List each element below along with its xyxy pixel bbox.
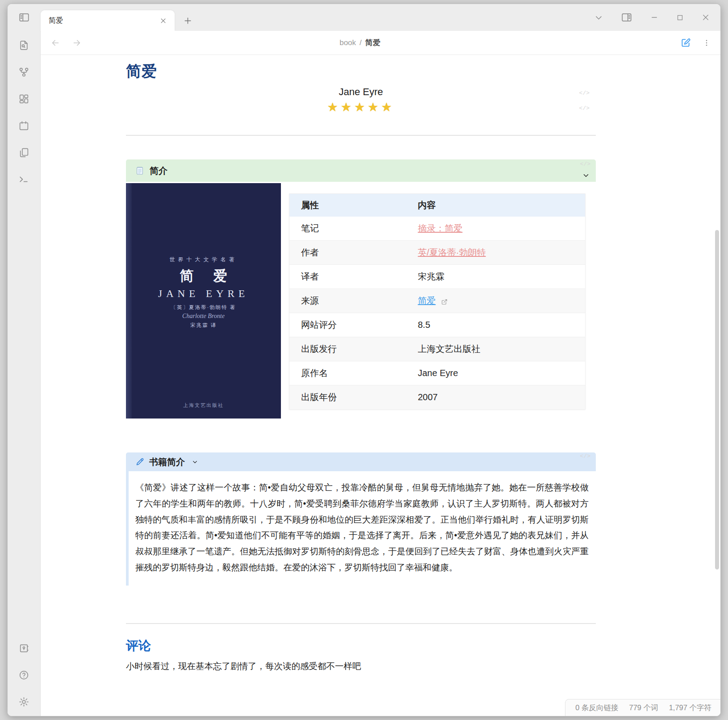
property-key: 原作名: [289, 361, 406, 385]
titlebar: 简爱: [8, 4, 720, 31]
status-bar: 0 条反向链接 779 个词 1,797 个字符: [565, 699, 720, 716]
summary-callout-title: 书籍简介: [149, 456, 185, 468]
property-key: 作者: [289, 241, 406, 265]
close-icon[interactable]: [702, 13, 710, 21]
subtitle-block: Jane Eyre ★★★★★ </> </>: [126, 86, 596, 114]
properties-table: 属性 内容 笔记摘录：简爱作者英/夏洛蒂·勃朗特译者宋兆霖来源简爱网站评分8.5…: [289, 193, 586, 410]
terminal-icon[interactable]: [17, 172, 31, 186]
tab-list-chevron-icon[interactable]: [594, 13, 603, 22]
divider: [126, 135, 596, 136]
minimize-icon[interactable]: [650, 13, 658, 21]
main-pane: book / 简爱: [41, 31, 720, 716]
table-row: 译者宋兆霖: [289, 265, 586, 289]
property-key: 出版年份: [289, 385, 406, 410]
property-value: 摘录：简爱: [406, 217, 586, 241]
breadcrumb[interactable]: book / 简爱: [339, 38, 381, 48]
cover-title-en: JANE EYRE: [126, 288, 281, 300]
new-tab-icon[interactable]: [181, 10, 194, 31]
property-value: 宋兆霖: [406, 265, 586, 289]
properties-table-body: 笔记摘录：简爱作者英/夏洛蒂·勃朗特译者宋兆霖来源简爱网站评分8.5出版发行上海…: [289, 217, 586, 410]
property-value: 简爱: [406, 289, 586, 313]
collapse-chevron-icon[interactable]: [582, 172, 590, 180]
property-value: 8.5: [406, 313, 586, 337]
intro-callout-header[interactable]: 简介 </>: [126, 159, 596, 182]
dashboard-icon[interactable]: [17, 92, 31, 106]
pencil-icon: [135, 457, 144, 466]
table-row: 来源简爱: [289, 289, 586, 313]
cover-author-cn: 〔英〕夏洛蒂·勃朗特 著: [126, 304, 281, 311]
table-row: 网站评分8.5: [289, 313, 586, 337]
file-search-icon[interactable]: [17, 38, 31, 52]
maximize-icon[interactable]: [676, 14, 684, 21]
internal-link[interactable]: 英/夏洛蒂·勃朗特: [418, 247, 486, 257]
notepad-icon: [135, 166, 145, 176]
external-link-icon: [439, 297, 448, 307]
more-options-icon[interactable]: [703, 39, 711, 47]
cover-banner: 世界十大文学名著: [126, 256, 281, 264]
tab-close-icon[interactable]: [158, 15, 168, 26]
cover-author-en: Charlotte Bronte: [126, 313, 281, 320]
sidebar-toggle-right-icon[interactable]: [621, 12, 632, 23]
tab-title: 简爱: [49, 16, 158, 25]
cover-title-cn: 简爱: [126, 267, 281, 285]
property-value: 上海文艺出版社: [406, 337, 586, 361]
settings-gear-icon[interactable]: [17, 695, 31, 709]
table-row: 笔记摘录：简爱: [289, 217, 586, 241]
property-key: 网站评分: [289, 313, 406, 337]
property-key: 出版发行: [289, 337, 406, 361]
code-edit-icon[interactable]: </>: [579, 105, 590, 112]
vault-switcher-icon[interactable]: [17, 641, 31, 655]
external-link[interactable]: 简爱: [418, 296, 436, 306]
table-row: 原作名Jane Eyre: [289, 361, 586, 385]
breadcrumb-current: 简爱: [365, 38, 381, 48]
internal-link[interactable]: 摘录：简爱: [418, 223, 463, 233]
app-window: 简爱: [7, 4, 721, 716]
code-edit-icon[interactable]: </>: [580, 453, 590, 460]
book-cover-image: 世界十大文学名著 简爱 JANE EYRE 〔英〕夏洛蒂·勃朗特 著 Charl…: [126, 183, 281, 419]
property-key: 译者: [289, 265, 406, 289]
book-subtitle: Jane Eyre: [126, 86, 596, 98]
cover-translator: 宋兆霖 译: [126, 322, 281, 329]
code-edit-icon[interactable]: </>: [579, 90, 590, 96]
table-header-key: 属性: [289, 194, 406, 217]
tab-jane-eyre[interactable]: 简爱: [41, 10, 175, 31]
cover-publisher: 上海文艺出版社: [126, 402, 281, 409]
breadcrumb-separator: /: [360, 38, 362, 47]
property-value: 英/夏洛蒂·勃朗特: [406, 241, 586, 265]
forward-arrow-icon[interactable]: [72, 38, 82, 48]
code-edit-icon[interactable]: </>: [580, 161, 590, 167]
summary-callout-header[interactable]: 书籍简介 </>: [126, 452, 596, 471]
intro-callout-title: 简介: [150, 165, 167, 177]
sidebar-toggle-left-icon[interactable]: [18, 12, 30, 23]
page-title: 简爱: [126, 61, 596, 82]
comments-heading: 评论: [126, 637, 596, 654]
property-value: 2007: [406, 385, 586, 410]
char-count: 1,797 个字符: [669, 703, 711, 713]
back-arrow-icon[interactable]: [50, 38, 60, 48]
table-row: 出版发行上海文艺出版社: [289, 337, 586, 361]
edit-note-icon[interactable]: [681, 38, 691, 48]
rating-stars: ★★★★★: [126, 100, 596, 114]
note-content: 简爱 Jane Eyre ★★★★★ </> </>: [41, 55, 720, 716]
property-value: Jane Eyre: [406, 361, 586, 385]
graph-view-icon[interactable]: [17, 65, 31, 79]
summary-text: 《简爱》讲述了这样一个故事：简•爱自幼父母双亡，投靠冷酷的舅母，但舅母无情地抛弃…: [126, 471, 596, 586]
collapse-chevron-icon[interactable]: [192, 459, 198, 465]
divider: [126, 623, 596, 624]
table-row: 作者英/夏洛蒂·勃朗特: [289, 241, 586, 265]
property-key: 笔记: [289, 217, 406, 241]
breadcrumb-parent[interactable]: book: [339, 38, 356, 47]
table-row: 出版年份2007: [289, 385, 586, 410]
word-count: 779 个词: [629, 703, 658, 713]
calendar-icon[interactable]: [17, 118, 31, 133]
copy-files-icon[interactable]: [17, 145, 31, 159]
scrollbar-thumb[interactable]: [715, 230, 719, 569]
comment-text: 小时候看过，现在基本忘了剧情了，每次读的感受都不一样吧: [126, 660, 596, 672]
summary-callout: 书籍简介 </> 《简爱》讲述了这样一个故事：简•爱自幼父母双亡，投靠冷酷的舅母…: [126, 452, 596, 586]
nav-header: book / 简爱: [41, 31, 720, 55]
backlinks-count[interactable]: 0 条反向链接: [575, 703, 618, 713]
ribbon: [8, 31, 41, 716]
help-icon[interactable]: [17, 668, 31, 682]
table-header-value: 内容: [406, 194, 586, 217]
intro-callout-body: 世界十大文学名著 简爱 JANE EYRE 〔英〕夏洛蒂·勃朗特 著 Charl…: [126, 183, 596, 419]
